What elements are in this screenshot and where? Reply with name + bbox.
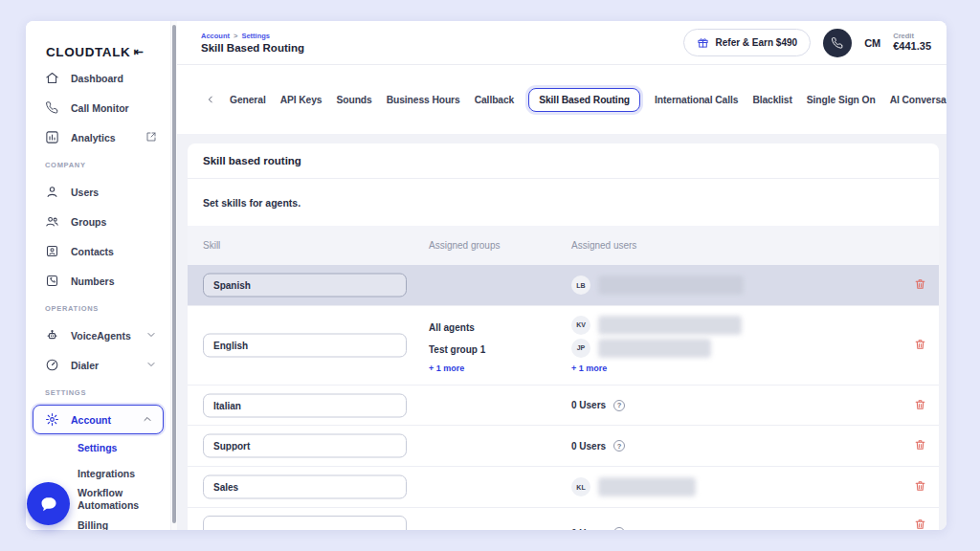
delete-skill-button[interactable] bbox=[913, 338, 927, 353]
sidebar-item-label: Numbers bbox=[71, 276, 115, 287]
tabs-scroll-left-icon[interactable] bbox=[206, 95, 215, 104]
logo: CLOUDTALK ⇤ bbox=[26, 21, 170, 63]
assigned-users-cell: KV JP + 1 more bbox=[571, 315, 742, 373]
sidebar-item-dialer[interactable]: Dialer bbox=[26, 350, 170, 380]
gauge-icon bbox=[45, 358, 59, 372]
gift-icon bbox=[697, 36, 709, 49]
phone-icon bbox=[45, 100, 59, 115]
trash-icon bbox=[914, 438, 926, 452]
user-icon bbox=[45, 185, 59, 199]
topbar: Account > Settings Skill Based Routing R… bbox=[177, 21, 947, 65]
refer-earn-label: Refer & Earn $490 bbox=[716, 37, 798, 48]
chat-launcher-button[interactable] bbox=[27, 482, 70, 525]
tab-business-hours[interactable]: Business Hours bbox=[387, 95, 460, 105]
tab-blacklist[interactable]: Blacklist bbox=[752, 95, 791, 105]
trash-icon bbox=[914, 398, 926, 411]
voice-agent-icon bbox=[45, 328, 59, 342]
main-area: Account > Settings Skill Based Routing R… bbox=[177, 21, 947, 530]
section-label-company: COMPANY bbox=[26, 152, 170, 177]
app-window: CLOUDTALK ⇤ Dashboard Call Monitor Analy… bbox=[26, 21, 947, 530]
collapse-sidebar-icon[interactable]: ⇤ bbox=[133, 45, 143, 58]
sidebar-subitem-settings[interactable]: Settings bbox=[26, 434, 170, 460]
phone-square-icon bbox=[45, 274, 59, 288]
user-avatar-initials[interactable]: CM bbox=[864, 37, 880, 49]
assigned-group: Test group 1 bbox=[429, 339, 485, 361]
chevron-down-icon[interactable] bbox=[145, 357, 157, 374]
delete-skill-button[interactable] bbox=[913, 438, 927, 453]
tab-international-calls[interactable]: International Calls bbox=[655, 95, 738, 105]
skill-name-input[interactable] bbox=[203, 434, 407, 458]
sidebar-item-voiceagents[interactable]: VoiceAgents bbox=[26, 320, 170, 350]
sidebar-item-label: Account bbox=[71, 414, 111, 426]
help-icon[interactable] bbox=[613, 527, 625, 530]
panel-description: Set skills for agents. bbox=[203, 197, 301, 209]
skill-name-input[interactable] bbox=[203, 393, 407, 417]
skill-routing-panel: Skill based routing Set skills for agent… bbox=[188, 143, 939, 530]
assigned-users-cell: LB bbox=[571, 276, 744, 295]
delete-skill-button[interactable] bbox=[913, 518, 927, 530]
sidebar-item-numbers[interactable]: Numbers bbox=[26, 266, 170, 296]
sidebar-item-call-monitor[interactable]: Call Monitor bbox=[26, 93, 170, 122]
breadcrumb-settings[interactable]: Settings bbox=[241, 32, 270, 40]
external-link-icon bbox=[145, 129, 157, 146]
trash-icon bbox=[914, 277, 926, 291]
phone-icon bbox=[831, 36, 844, 50]
sidebar-item-analytics[interactable]: Analytics bbox=[26, 122, 170, 152]
column-header-assigned-users: Assigned users bbox=[571, 226, 636, 265]
table-row: KL bbox=[188, 467, 939, 508]
assigned-user: JP bbox=[571, 338, 742, 358]
assigned-users-cell: 0 Users bbox=[571, 527, 625, 530]
help-icon[interactable] bbox=[613, 440, 625, 452]
sidebar-item-label: Dialer bbox=[71, 360, 99, 371]
logo-text: CLOUDTALK bbox=[46, 45, 130, 59]
skill-name-input[interactable] bbox=[203, 475, 407, 499]
delete-skill-button[interactable] bbox=[913, 398, 927, 413]
assigned-groups-cell: All agents Test group 1 + 1 more bbox=[429, 317, 485, 373]
sidebar-item-label: Dashboard bbox=[71, 73, 123, 84]
assigned-group: All agents bbox=[429, 317, 485, 339]
dialer-toggle-button[interactable] bbox=[823, 29, 852, 57]
topbar-left: Account > Settings Skill Based Routing bbox=[201, 32, 304, 54]
table-row: All agents Test group 1 + 1 more KV JP bbox=[188, 306, 939, 386]
tab-skill-based-routing[interactable]: Skill Based Routing bbox=[528, 88, 640, 112]
sidebar-item-account[interactable]: Account bbox=[33, 405, 164, 434]
delete-skill-button[interactable] bbox=[913, 277, 927, 293]
redacted-user-name bbox=[598, 316, 742, 335]
page-title: Skill Based Routing bbox=[201, 42, 304, 54]
tab-callback[interactable]: Callback bbox=[475, 95, 515, 105]
sidebar-item-groups[interactable]: Groups bbox=[26, 207, 170, 236]
sidebar-item-label: Users bbox=[71, 187, 99, 198]
tab-ai-conversa[interactable]: AI Conversa bbox=[890, 95, 947, 105]
sidebar: CLOUDTALK ⇤ Dashboard Call Monitor Analy… bbox=[26, 21, 170, 530]
group-icon bbox=[45, 214, 59, 229]
table-row: 0 Users bbox=[188, 508, 939, 530]
chevron-up-icon[interactable] bbox=[142, 411, 153, 429]
sidebar-item-users[interactable]: Users bbox=[26, 177, 170, 207]
breadcrumb-separator: > bbox=[234, 32, 237, 40]
column-header-skill: Skill bbox=[203, 226, 220, 265]
skill-name-input[interactable] bbox=[203, 274, 407, 298]
sidebar-item-contacts[interactable]: Contacts bbox=[26, 236, 170, 266]
table-row: 0 Users bbox=[188, 426, 939, 467]
users-count: 0 Users bbox=[571, 441, 606, 452]
panel-description-row: Set skills for agents. bbox=[188, 179, 939, 226]
tab-general[interactable]: General bbox=[230, 95, 266, 105]
breadcrumb-account[interactable]: Account bbox=[201, 32, 230, 40]
help-icon[interactable] bbox=[613, 400, 625, 411]
chevron-down-icon[interactable] bbox=[145, 327, 157, 344]
users-count: 0 Users bbox=[571, 528, 606, 531]
users-more-link[interactable]: + 1 more bbox=[571, 364, 742, 373]
tab-single-sign-on[interactable]: Single Sign On bbox=[807, 95, 876, 105]
sidebar-scrollbar-thumb[interactable] bbox=[172, 25, 176, 523]
credit-value: €441.35 bbox=[893, 40, 931, 54]
refer-earn-button[interactable]: Refer & Earn $490 bbox=[683, 29, 812, 56]
skill-name-input[interactable] bbox=[203, 516, 407, 530]
tab-api-keys[interactable]: API Keys bbox=[280, 95, 323, 105]
redacted-user-name bbox=[598, 276, 744, 295]
delete-skill-button[interactable] bbox=[913, 479, 927, 495]
skill-name-input[interactable] bbox=[203, 334, 407, 358]
groups-more-link[interactable]: + 1 more bbox=[429, 364, 485, 373]
tab-sounds[interactable]: Sounds bbox=[337, 95, 372, 105]
sidebar-item-dashboard[interactable]: Dashboard bbox=[26, 63, 170, 93]
users-count: 0 Users bbox=[571, 400, 606, 410]
